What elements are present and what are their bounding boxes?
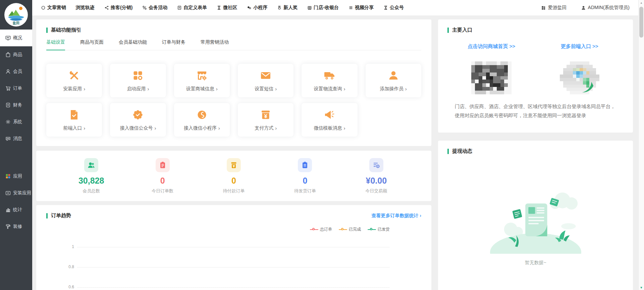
nav-item-conference[interactable]: 会务活动 [142, 5, 167, 11]
tab-marketing[interactable]: 常用营销活动 [201, 39, 229, 50]
nav-item-label: 小程序 [253, 5, 267, 11]
merchant-name: 爱游盐田 [548, 5, 567, 11]
shortcut-label: 微信模板消息› [314, 125, 345, 131]
sidebar-item-messages[interactable]: 消息 [0, 130, 32, 147]
sidebar-item-overview[interactable]: 概况 [0, 30, 32, 46]
frontend-entrance-image [560, 61, 599, 94]
stat-value: ¥0.00 [366, 176, 387, 186]
svg-text:盐田: 盐田 [12, 21, 19, 25]
sidebar-item-system[interactable]: 系统 [0, 113, 32, 130]
share-icon [104, 5, 109, 10]
sidebar-item-finance[interactable]: 财务 [0, 97, 32, 113]
brand-logo[interactable]: 盐田 [0, 0, 32, 30]
nav-item-article-marketing[interactable]: 文章营销 [41, 5, 66, 11]
visit-mall-home-link[interactable]: 点击访问商城首页 >> [468, 43, 515, 50]
order-trend-card: 订单趋势 查看更多订单数据统计 › 总订单 已完成 [36, 205, 431, 290]
store-icon [307, 5, 312, 10]
page-scrollbar[interactable]: ▲ ▼ [638, 0, 644, 290]
sidebar-item-install-apps[interactable]: 安装应用 [0, 185, 32, 201]
shortcut-logistics[interactable]: 设置物流查询› [302, 64, 357, 97]
shortcut-install-app[interactable]: 安装应用› [46, 64, 102, 97]
shortcut-payment-methods[interactable]: 支付方式› [238, 103, 293, 137]
shortcut-sms-settings[interactable]: 设置短信› [238, 64, 293, 97]
legend-shipped[interactable]: 已发货 [368, 227, 390, 232]
sidebar-item-decorate[interactable]: 装修 [0, 218, 32, 235]
tab-orders-finance[interactable]: 订单与财务 [162, 39, 185, 50]
sidebar-item-label: 概况 [13, 35, 22, 41]
nav-item-newcomer-award[interactable]: 新人奖 [277, 5, 298, 11]
scrollbar-up-arrow-icon[interactable]: ▲ [639, 0, 644, 6]
legend-completed[interactable]: 已完成 [339, 227, 361, 232]
shortcut-template-message[interactable]: 微信模板消息› [302, 103, 357, 137]
nav-item-video-share[interactable]: 视频分享 [348, 5, 374, 11]
nav-item-official-account[interactable]: 公众号 [383, 5, 404, 11]
guide-tabs: 基础设置 商品与页面 会员基础功能 订单与财务 常用营销活动 [46, 39, 421, 50]
sidebar-group-divider [0, 147, 32, 168]
nav-item-custom-form[interactable]: 自定义表单 [177, 5, 207, 11]
scrollbar-thumb[interactable] [639, 7, 643, 38]
more-order-stats-link[interactable]: 查看更多订单数据统计 › [371, 213, 421, 219]
nav-item-store-cashier[interactable]: 门店-收银台 [307, 5, 339, 11]
shortcut-wechat-official[interactable]: 接入微信公众号› [110, 103, 166, 137]
nav-item-browse-track[interactable]: 浏览轨迹 [76, 5, 95, 11]
shortcut-launch-app[interactable]: 启动应用› [110, 64, 166, 97]
sidebar-item-label: 安装应用 [13, 190, 31, 196]
stat-value: 0 [303, 176, 307, 186]
guide-card: 基础功能指引 基础设置 商品与页面 会员基础功能 订单与财务 常用营销活动 安装… [36, 19, 431, 146]
sidebar-item-statistics[interactable]: 统计 [0, 201, 32, 218]
stat-label: 今日交易额 [365, 188, 387, 194]
header-accent-bar [46, 213, 48, 219]
install-app-icon [5, 190, 11, 196]
envelope-icon [260, 69, 272, 82]
user-icon [581, 5, 586, 10]
sidebar-item-label: 应用 [13, 173, 22, 179]
payment-box-icon [260, 109, 272, 121]
gridline [77, 267, 389, 268]
legend-total-orders[interactable]: 总订单 [310, 227, 332, 232]
gear-icon [5, 119, 11, 125]
main-content: 基础功能指引 基础设置 商品与页面 会员基础功能 订单与财务 常用营销活动 安装… [32, 15, 638, 290]
shortcut-wechat-miniprogram[interactable]: 接入微信小程序› [174, 103, 230, 137]
admin-user-menu[interactable]: ADMIN(系统管理员) [581, 5, 630, 11]
shortcut-add-operator[interactable]: 添加操作员› [366, 64, 421, 97]
sidebar-item-orders[interactable]: 订单 [0, 80, 32, 97]
legend-marker-icon [368, 228, 376, 231]
bar-chart-icon [5, 207, 11, 213]
nav-item-distribution[interactable]: 推客(分销) [104, 5, 132, 11]
withdraw-activity-card: 提现动态 [438, 141, 633, 290]
paint-roller-icon [5, 224, 11, 230]
sidebar-item-members[interactable]: 会员 [0, 63, 32, 80]
order-trend-title: 订单趋势 [51, 212, 71, 219]
brand-logo-icon: 盐田 [4, 3, 28, 27]
header-accent-bar [46, 28, 48, 33]
sidebar-item-goods[interactable]: 商品 [0, 46, 32, 63]
tab-member-basics[interactable]: 会员基础功能 [119, 39, 147, 50]
more-entrances-link[interactable]: 更多前端入口 >> [561, 43, 598, 50]
badge-check-icon [132, 109, 144, 121]
shortcut-text: 支付方式 [255, 125, 273, 131]
tab-basic-settings[interactable]: 基础设置 [46, 39, 65, 50]
order-trend-header: 订单趋势 查看更多订单数据统计 › [46, 212, 421, 219]
clipboard-icon [156, 158, 170, 172]
shortcut-text: 前端入口 [63, 125, 82, 131]
chevron-right-icon: › [84, 86, 85, 92]
chevron-right-icon: › [154, 125, 156, 131]
shortcut-label: 启动应用› [127, 86, 149, 92]
order-cart-icon [5, 85, 11, 91]
topbar-right: 爱游盐田 ADMIN(系统管理员) [541, 5, 630, 11]
chevron-right-icon: › [147, 86, 149, 92]
nav-item-miniprogram[interactable]: 小程序 [247, 5, 267, 11]
tab-goods-pages[interactable]: 商品与页面 [80, 39, 104, 50]
merchant-menu[interactable]: 爱游盐田 [541, 5, 567, 11]
shortcut-mall-info[interactable]: 设置商城信息› [174, 64, 230, 97]
shortcut-label: 前端入口› [63, 125, 85, 131]
chevron-right-icon: › [84, 125, 85, 131]
sidebar: 盐田 概况 商品 会员 订单 财务 [0, 0, 32, 290]
empty-state-illustration [487, 187, 584, 254]
scrollbar-down-arrow-icon[interactable]: ▼ [639, 286, 644, 289]
sidebar-item-apps[interactable]: 应用 [0, 168, 32, 185]
nav-item-micro-community[interactable]: 微社区 [217, 5, 237, 11]
shortcut-frontend-entry[interactable]: 前端入口› [46, 103, 102, 137]
left-column: 基础功能指引 基础设置 商品与页面 会员基础功能 订单与财务 常用营销活动 安装… [36, 19, 431, 290]
guide-card-header: 基础功能指引 [46, 27, 421, 33]
